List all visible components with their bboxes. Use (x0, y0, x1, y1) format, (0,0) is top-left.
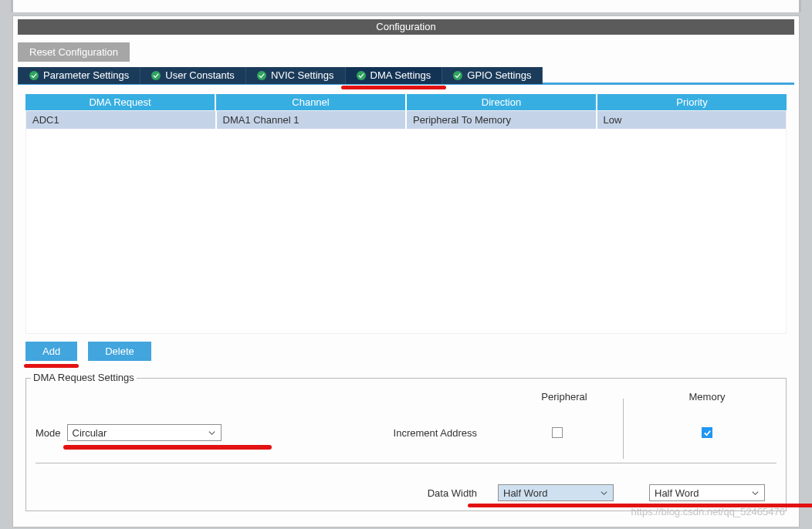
check-icon (257, 71, 266, 80)
table-header-channel: Channel (216, 94, 407, 110)
cell-dma-request: ADC1 (26, 111, 217, 129)
column-header-memory: Memory (638, 391, 776, 403)
table-header-dma-request: DMA Request (25, 94, 216, 110)
cell-channel: DMA1 Channel 1 (217, 111, 408, 129)
divider-vertical (623, 399, 624, 459)
data-width-peripheral-select[interactable]: Half Word (498, 484, 614, 501)
add-button[interactable]: Add (25, 342, 77, 361)
increment-address-label: Increment Address (236, 427, 491, 439)
mode-label: Mode (36, 427, 61, 439)
column-header-peripheral: Peripheral (491, 391, 638, 403)
data-width-row: Data Width Half Word Half Word (36, 484, 776, 501)
check-icon (151, 71, 161, 80)
table-body[interactable]: ADC1 DMA1 Channel 1 Peripheral To Memory… (25, 110, 787, 334)
chevron-down-icon (751, 489, 760, 497)
reset-configuration-button[interactable]: Reset Configuration (18, 42, 130, 62)
tab-gpio-settings[interactable]: GPIO Settings (442, 67, 543, 84)
chevron-down-icon (600, 489, 608, 497)
reset-area: Reset Configuration (13, 35, 799, 68)
check-icon (453, 71, 462, 80)
check-icon (29, 71, 39, 80)
tab-label: User Constants (165, 69, 235, 81)
delete-button[interactable]: Delete (88, 342, 151, 361)
check-icon (357, 71, 366, 80)
dma-request-settings-fieldset: DMA Request Settings Peripheral Memory M… (25, 378, 787, 511)
data-width-memory-value: Half Word (655, 487, 699, 499)
cell-direction: Peripheral To Memory (407, 111, 597, 129)
chevron-down-icon (208, 429, 216, 437)
table-header-direction: Direction (407, 94, 597, 110)
table-buttons: Add Delete (25, 342, 787, 361)
tab-parameter-settings[interactable]: Parameter Settings (18, 67, 140, 84)
dma-table: DMA Request Channel Direction Priority A… (25, 94, 787, 334)
top-gutter (11, 0, 801, 12)
fieldset-legend: DMA Request Settings (31, 372, 137, 383)
table-header-priority: Priority (597, 94, 787, 110)
data-width-peripheral-value: Half Word (503, 487, 548, 499)
divider-horizontal (36, 463, 776, 463)
mode-value: Circular (73, 427, 107, 439)
tab-label: GPIO Settings (467, 69, 531, 81)
tab-label: DMA Settings (370, 69, 431, 81)
table-header-row: DMA Request Channel Direction Priority (25, 94, 787, 110)
data-width-peripheral-cell: Half Word (491, 484, 638, 501)
tab-dma-settings[interactable]: DMA Settings (346, 67, 443, 84)
tab-bar: Parameter Settings User Constants NVIC S… (18, 68, 794, 85)
tab-user-constants[interactable]: User Constants (140, 67, 246, 84)
tab-label: NVIC Settings (271, 69, 334, 81)
increment-memory-cell (638, 427, 776, 438)
data-width-memory-select[interactable]: Half Word (649, 484, 765, 501)
data-width-label: Data Width (236, 487, 491, 499)
cell-priority: Low (597, 111, 787, 129)
increment-peripheral-cell (491, 427, 638, 438)
tab-nvic-settings[interactable]: NVIC Settings (246, 67, 346, 84)
configuration-panel: Configuration Reset Configuration Parame… (12, 15, 800, 527)
table-row[interactable]: ADC1 DMA1 Channel 1 Peripheral To Memory… (26, 111, 786, 129)
add-button-wrap: Add (25, 342, 77, 361)
increment-memory-checkbox[interactable] (702, 427, 712, 438)
panel-title: Configuration (18, 19, 794, 35)
increment-peripheral-checkbox[interactable] (552, 427, 563, 438)
tab-label: Parameter Settings (43, 69, 129, 81)
data-width-memory-cell: Half Word (638, 484, 776, 501)
mode-row: Mode Circular (36, 424, 236, 441)
mode-select[interactable]: Circular (67, 424, 222, 441)
